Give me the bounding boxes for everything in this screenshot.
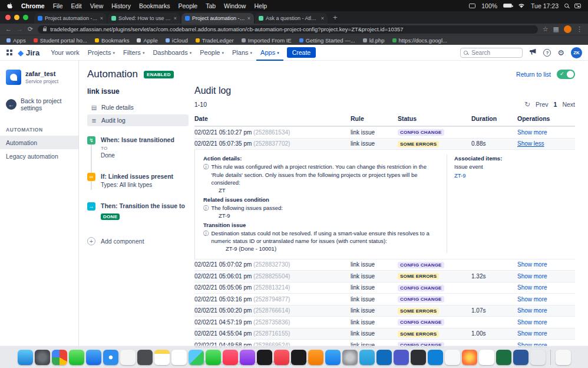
bookmark-ldphp[interactable]: ld.php	[363, 37, 385, 44]
music-dock-icon[interactable]	[223, 350, 238, 365]
minimize-window-button[interactable]	[14, 15, 19, 20]
menu-window[interactable]: Window	[224, 2, 246, 9]
browser-profile-avatar[interactable]	[564, 25, 572, 33]
back-to-project-settings[interactable]: ← Back to project settings	[0, 97, 78, 111]
firefox-dock-icon[interactable]	[462, 350, 477, 365]
reload-button[interactable]: ⟳	[28, 26, 33, 32]
nav-item-dashboards[interactable]: Dashboards▾	[148, 45, 196, 61]
bookmark-apps[interactable]: Apps	[6, 37, 26, 44]
camera-dock-icon[interactable]	[137, 350, 153, 365]
show-more-link[interactable]: Show more	[517, 273, 575, 280]
menu-bookmarks[interactable]: Bookmarks	[139, 2, 170, 9]
menu-people[interactable]: People	[178, 2, 197, 9]
terminal-dock-icon[interactable]	[411, 350, 426, 365]
maps-dock-icon[interactable]	[189, 350, 204, 365]
zoom-window-button[interactable]	[23, 15, 28, 20]
wifi-icon[interactable]	[518, 2, 525, 9]
new-tab-button[interactable]: +	[333, 13, 338, 22]
excel-dock-icon[interactable]	[496, 350, 511, 365]
show-more-link[interactable]: Show more	[517, 261, 575, 268]
browser-tab-3-active[interactable]: Project automation - JIRA ×	[181, 13, 254, 24]
refresh-icon[interactable]: ↻	[524, 100, 530, 109]
stocks-dock-icon[interactable]	[291, 350, 306, 365]
menu-edit[interactable]: Edit	[71, 2, 82, 9]
trash-dock-icon[interactable]	[556, 350, 571, 365]
control-center-icon[interactable]	[574, 4, 581, 8]
bookmark-student-portal[interactable]: Student portal ho...	[34, 37, 87, 44]
menu-view[interactable]: View	[90, 2, 104, 9]
books-dock-icon[interactable]	[308, 350, 323, 365]
tab-close-icon[interactable]: ×	[100, 15, 103, 21]
slack-dock-icon[interactable]	[479, 350, 494, 365]
menu-history[interactable]: History	[111, 2, 131, 9]
bookmark-docs-google[interactable]: https://docs.googl...	[392, 37, 447, 44]
back-button[interactable]: ←	[5, 26, 12, 32]
podcasts-dock-icon[interactable]	[240, 350, 255, 365]
tab-close-icon[interactable]: ×	[247, 15, 250, 21]
facetime-dock-icon[interactable]	[206, 350, 221, 365]
show-more-link[interactable]: Show more	[517, 129, 575, 136]
step-when[interactable]: ↯ When: Issue transitioned TO Done	[87, 136, 189, 159]
show-less-link[interactable]: Show less	[517, 140, 575, 147]
teams-dock-icon[interactable]	[394, 350, 409, 365]
lock-icon[interactable]	[43, 28, 47, 31]
address-bar[interactable]: tradeledger.atlassian.net/plugins/servle…	[38, 25, 538, 34]
nav-item-people[interactable]: People▾	[196, 45, 228, 61]
browser-tab-4[interactable]: Ask a question - Atlassian Co... ×	[255, 13, 328, 24]
bookmark-apple[interactable]: Apple	[137, 37, 157, 44]
show-more-link[interactable]: Show more	[517, 284, 575, 291]
apple-menu-icon[interactable]	[7, 2, 13, 10]
nav-item-filters[interactable]: Filters▾	[119, 45, 148, 61]
show-more-link[interactable]: Show more	[517, 319, 575, 326]
forward-button[interactable]: →	[16, 26, 23, 32]
chrome-dock-icon[interactable]	[52, 350, 67, 365]
extensions-icon[interactable]: ▦	[553, 25, 559, 33]
nav-item-apps[interactable]: Apps▾	[256, 45, 283, 61]
step-then[interactable]: → Then: Transition the issue to DONE	[87, 202, 189, 221]
megaphone-icon[interactable]	[529, 47, 537, 58]
bookmark-bookmarks[interactable]: Bookmarks	[95, 37, 130, 44]
notes-dock-icon[interactable]	[154, 350, 170, 365]
step-if[interactable]: ∞ If: Linked issues present Types: All l…	[87, 173, 189, 188]
show-more-link[interactable]: Show more	[517, 296, 575, 303]
messages-dock-icon[interactable]	[69, 350, 84, 365]
bookmark-star-icon[interactable]: ☆	[543, 25, 549, 33]
tv-dock-icon[interactable]	[257, 350, 272, 365]
settings-dock-icon[interactable]	[342, 350, 358, 365]
menu-tab[interactable]: Tab	[206, 2, 216, 9]
bookmark-tradeledger[interactable]: TradeLedger	[196, 37, 234, 44]
search-input[interactable]	[470, 49, 511, 57]
tab-audit-log[interactable]: ≣ Audit log	[87, 114, 189, 126]
nav-item-plans[interactable]: Plans▾	[228, 45, 256, 61]
github-dock-icon[interactable]	[445, 350, 460, 365]
help-icon[interactable]: ?	[543, 49, 551, 57]
menubar-clock[interactable]: Tue 17:23	[531, 2, 559, 9]
browser-tab-2[interactable]: Solved: How to use Automatio... ×	[108, 13, 180, 24]
current-page[interactable]: 1	[554, 101, 557, 108]
jira-logo[interactable]: ◆ Jira	[18, 48, 39, 57]
tab-close-icon[interactable]: ×	[321, 15, 324, 21]
photos-dock-icon[interactable]	[120, 350, 136, 365]
user-avatar[interactable]: ZK	[571, 47, 582, 58]
show-more-link[interactable]: Show more	[517, 330, 575, 337]
preview-dock-icon[interactable]	[530, 350, 546, 365]
telegram-dock-icon[interactable]	[359, 350, 375, 365]
search-box[interactable]	[460, 48, 523, 58]
finder-dock-icon[interactable]	[18, 350, 33, 365]
show-more-link[interactable]: Show more	[517, 307, 575, 314]
browser-tab-1[interactable]: Project automation - JIRA ×	[34, 13, 107, 24]
menu-file[interactable]: File	[53, 2, 63, 9]
rule-enabled-toggle[interactable]: ✓	[557, 70, 575, 79]
bookmark-imported-ie[interactable]: Imported From IE	[242, 37, 292, 44]
spotlight-icon[interactable]	[564, 4, 569, 8]
menu-chrome[interactable]: Chrome	[21, 2, 45, 9]
close-window-button[interactable]	[5, 15, 11, 20]
nav-item-your-work[interactable]: Your work	[47, 45, 84, 61]
battery-icon[interactable]	[503, 4, 512, 8]
launchpad-dock-icon[interactable]	[35, 350, 50, 365]
appstore-dock-icon[interactable]	[325, 350, 341, 365]
bookmark-icloud[interactable]: iCloud	[166, 37, 188, 44]
add-component-button[interactable]: + Add component	[87, 237, 189, 245]
app-switcher-icon[interactable]	[6, 49, 13, 56]
word-dock-icon[interactable]	[513, 350, 528, 365]
